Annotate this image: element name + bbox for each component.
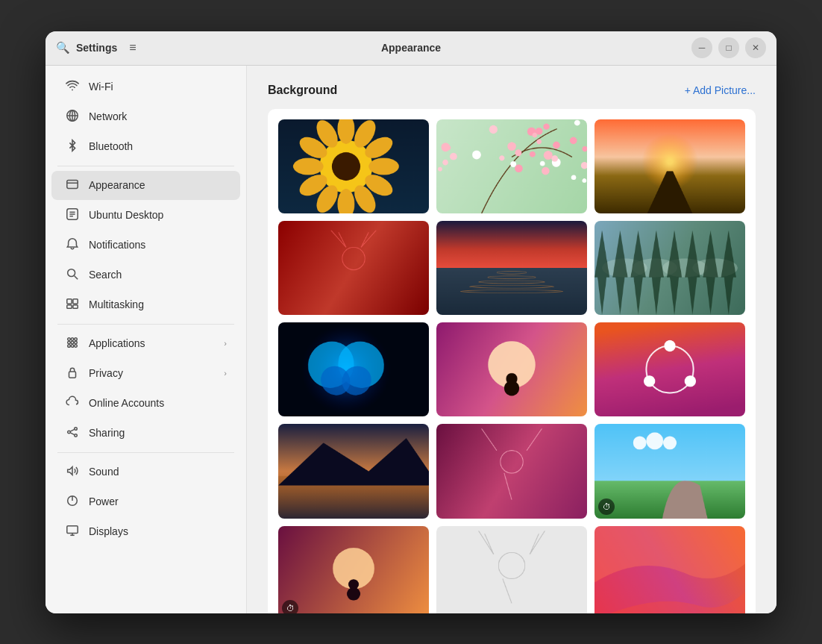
sidebar-item-network[interactable]: Network (51, 102, 240, 131)
power-icon (65, 494, 80, 510)
svg-rect-13 (73, 298, 78, 303)
svg-point-27 (68, 431, 71, 434)
close-button[interactable]: ✕ (745, 37, 766, 58)
titlebar-controls: ─ □ ✕ (589, 37, 766, 58)
sidebar-separator (57, 324, 234, 325)
sidebar-separator (57, 452, 234, 453)
svg-line-30 (70, 432, 74, 434)
svg-line-11 (75, 275, 78, 279)
wallpaper-canvas-wp2 (436, 119, 587, 213)
svg-rect-12 (67, 298, 72, 303)
svg-point-19 (68, 341, 71, 344)
sidebar-item-label-online-accounts: Online Accounts (89, 397, 164, 409)
titlebar-left: 🔍 Settings ≡ (56, 41, 233, 54)
wallpaper-item-wp8[interactable] (436, 322, 587, 416)
sidebar-item-privacy[interactable]: Privacy› (51, 359, 240, 388)
sidebar-item-bluetooth[interactable]: Bluetooth (51, 132, 240, 161)
wallpaper-canvas-wp9 (594, 322, 745, 416)
titlebar-center: Appearance (233, 41, 589, 54)
svg-rect-33 (67, 525, 78, 533)
svg-point-17 (71, 337, 74, 340)
settings-window: 🔍 Settings ≡ Appearance ─ □ ✕ Wi-FiNetwo… (46, 31, 776, 613)
svg-rect-14 (67, 304, 72, 308)
privacy-icon (65, 366, 80, 381)
background-title: Background (268, 84, 337, 97)
window-content: Wi-FiNetworkBluetoothAppearanceUbuntu De… (46, 66, 776, 613)
wallpaper-canvas-wp5 (436, 221, 587, 315)
svg-rect-4 (67, 180, 78, 188)
wallpaper-canvas-wp4 (278, 221, 429, 315)
wallpaper-item-wp3[interactable] (594, 119, 745, 213)
titlebar-search-icon[interactable]: 🔍 (56, 41, 70, 54)
wallpaper-item-wp5[interactable] (436, 221, 587, 315)
sidebar-item-label-bluetooth: Bluetooth (89, 140, 133, 152)
wallpaper-grid: ⏱⏱ (268, 109, 756, 613)
wallpaper-canvas-wp1 (278, 119, 429, 213)
svg-point-20 (71, 341, 74, 344)
sidebar-separator (57, 166, 234, 166)
titlebar-menu-icon[interactable]: ≡ (129, 41, 136, 54)
wallpaper-item-wp11[interactable] (436, 424, 587, 518)
sidebar-item-label-notifications: Notifications (89, 239, 145, 251)
wallpaper-item-wp4[interactable] (278, 221, 429, 315)
wallpaper-item-wp10[interactable] (278, 424, 429, 518)
svg-point-18 (75, 337, 78, 340)
sidebar-item-displays[interactable]: Displays (51, 517, 240, 546)
search-icon (65, 267, 80, 283)
sidebar-item-applications[interactable]: Applications› (51, 329, 240, 358)
sidebar-item-appearance[interactable]: Appearance (51, 171, 240, 200)
sidebar-item-label-privacy: Privacy (89, 367, 123, 379)
wallpaper-item-wp9[interactable] (594, 322, 745, 416)
bell-icon (65, 237, 80, 253)
sidebar-item-label-sound: Sound (89, 466, 119, 478)
wallpaper-canvas-wp7 (278, 322, 429, 416)
sidebar-item-ubuntu-desktop[interactable]: Ubuntu Desktop (51, 201, 240, 230)
wallpaper-item-wp1[interactable] (278, 119, 429, 213)
sidebar: Wi-FiNetworkBluetoothAppearanceUbuntu De… (46, 66, 247, 613)
wallpaper-badge-wp13: ⏱ (282, 600, 298, 613)
svg-point-28 (75, 434, 78, 437)
sidebar-item-online-accounts[interactable]: Online Accounts (51, 389, 240, 418)
wallpaper-canvas-wp8 (436, 322, 587, 416)
wallpaper-canvas-wp12 (594, 424, 745, 518)
sidebar-item-label-network: Network (89, 110, 127, 122)
appearance-icon (65, 178, 80, 193)
network-icon (65, 109, 80, 125)
sidebar-item-sound[interactable]: Sound (51, 457, 240, 487)
add-picture-button[interactable]: + Add Picture... (685, 84, 756, 96)
minimize-button[interactable]: ─ (691, 37, 712, 58)
wallpaper-canvas-wp14 (436, 526, 587, 613)
wallpaper-item-wp13[interactable]: ⏱ (278, 526, 429, 613)
svg-line-29 (70, 429, 74, 431)
wallpaper-item-wp2[interactable] (436, 119, 587, 213)
sidebar-item-notifications[interactable]: Notifications (51, 231, 240, 260)
sidebar-item-search[interactable]: Search (51, 260, 240, 290)
wallpaper-item-wp7[interactable] (278, 322, 429, 416)
chevron-icon-applications: › (224, 339, 227, 348)
sidebar-item-sharing[interactable]: Sharing (51, 419, 240, 448)
sidebar-item-multitasking[interactable]: Multitasking (51, 290, 240, 319)
cloud-icon (65, 396, 80, 411)
wallpaper-item-wp14[interactable] (436, 526, 587, 613)
svg-point-10 (68, 269, 75, 276)
titlebar-settings-label: Settings (76, 42, 117, 54)
svg-point-21 (75, 341, 78, 344)
bluetooth-icon (65, 139, 80, 154)
wallpaper-item-wp6[interactable] (594, 221, 745, 315)
wallpaper-item-wp12[interactable]: ⏱ (594, 424, 745, 518)
svg-rect-15 (73, 304, 78, 308)
wallpaper-item-wp15[interactable] (594, 526, 745, 613)
svg-rect-25 (69, 372, 76, 378)
sidebar-item-label-sharing: Sharing (89, 427, 125, 439)
wallpaper-canvas-wp15 (594, 526, 745, 613)
sidebar-item-power[interactable]: Power (51, 487, 240, 516)
sidebar-item-wifi[interactable]: Wi-Fi (51, 72, 240, 101)
sharing-icon (65, 425, 80, 441)
wallpaper-canvas-wp13 (278, 526, 429, 613)
maximize-button[interactable]: □ (718, 37, 739, 58)
wallpaper-canvas-wp3 (594, 119, 745, 213)
svg-point-22 (68, 344, 71, 347)
apps-icon (65, 336, 80, 351)
svg-point-24 (75, 344, 78, 347)
titlebar: 🔍 Settings ≡ Appearance ─ □ ✕ (46, 31, 776, 66)
